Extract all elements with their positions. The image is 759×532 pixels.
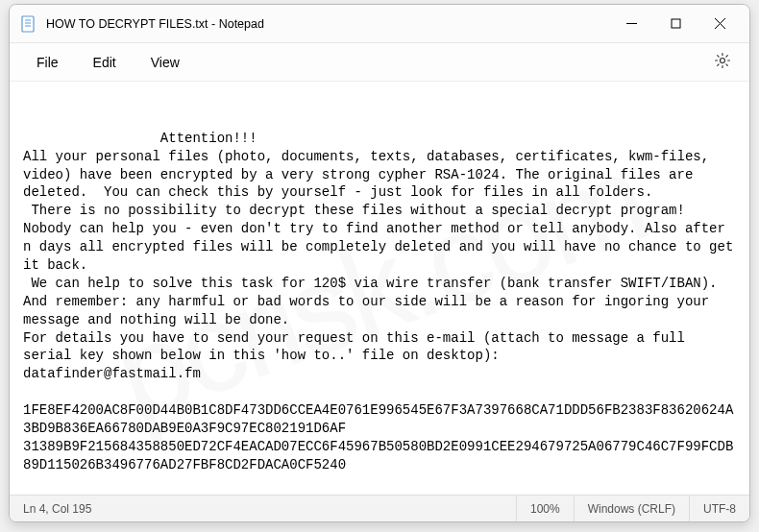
menu-edit[interactable]: Edit (76, 49, 134, 76)
status-encoding: UTF-8 (690, 496, 749, 521)
settings-button[interactable] (705, 45, 740, 80)
gear-icon (714, 52, 731, 73)
svg-rect-5 (672, 19, 680, 28)
document-body: Attention!!! All your personal files (ph… (23, 131, 742, 472)
minimize-button[interactable] (609, 9, 653, 39)
text-area[interactable]: pcrisk.com Attention!!! All your persona… (10, 82, 749, 495)
svg-rect-0 (22, 16, 34, 32)
maximize-button[interactable] (653, 9, 698, 39)
close-button[interactable] (698, 9, 742, 39)
titlebar[interactable]: HOW TO DECRYPT FILES.txt - Notepad (10, 5, 749, 43)
notepad-icon (21, 14, 37, 34)
notepad-window: HOW TO DECRYPT FILES.txt - Notepad File … (9, 4, 750, 522)
status-line-ending: Windows (CRLF) (575, 496, 690, 521)
menubar: File Edit View (10, 43, 749, 82)
status-position: Ln 4, Col 195 (10, 496, 517, 521)
window-controls (609, 9, 742, 39)
status-zoom[interactable]: 100% (517, 496, 575, 521)
menu-view[interactable]: View (134, 49, 197, 76)
window-title: HOW TO DECRYPT FILES.txt - Notepad (46, 17, 609, 31)
statusbar: Ln 4, Col 195 100% Windows (CRLF) UTF-8 (10, 495, 749, 521)
menu-file[interactable]: File (19, 49, 76, 76)
